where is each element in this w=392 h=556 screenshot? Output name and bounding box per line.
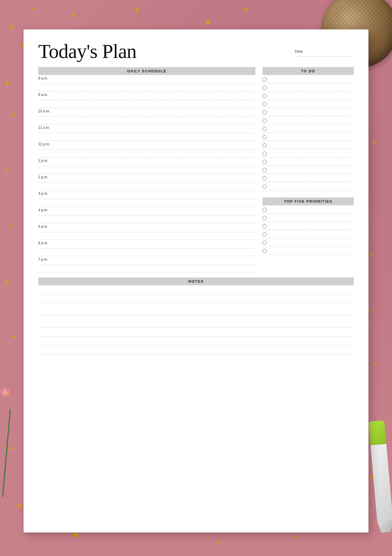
bg-star-8: ★ bbox=[243, 6, 249, 13]
priority-checkbox-4[interactable] bbox=[263, 232, 267, 237]
date-label: Date bbox=[295, 49, 354, 54]
time-8am: 8 a.m. bbox=[38, 76, 255, 80]
bg-star-27: ★ bbox=[372, 362, 377, 368]
todo-checkbox-2[interactable] bbox=[263, 86, 267, 90]
schedule-spacer-9 bbox=[38, 216, 255, 223]
daily-schedule-header: DAILY SCHEDULE bbox=[38, 67, 255, 75]
todo-item-4 bbox=[263, 100, 354, 108]
bg-star-10: ★ bbox=[4, 78, 11, 88]
todo-section: TO DO bbox=[263, 67, 354, 190]
time-10am: 10 a.m. bbox=[38, 109, 255, 113]
bg-star-7: ★ bbox=[204, 17, 212, 27]
priority-checkbox-5[interactable] bbox=[263, 241, 267, 245]
todo-header: TO DO bbox=[263, 67, 354, 75]
flower-stem bbox=[2, 409, 11, 497]
schedule-row-8am: 8 a.m. bbox=[38, 75, 255, 84]
schedule-spacer-12 bbox=[38, 265, 255, 273]
todo-item-11 bbox=[263, 157, 354, 166]
todo-checkbox-14[interactable] bbox=[263, 184, 267, 189]
priority-item-3 bbox=[263, 222, 354, 230]
todo-checkbox-5[interactable] bbox=[263, 110, 267, 114]
todo-item-6 bbox=[263, 116, 354, 124]
time-1pm: 1 p.m. bbox=[38, 159, 255, 163]
notes-line-1 bbox=[38, 285, 354, 294]
priorities-section: TOP FIVE PRIORITIES bbox=[263, 197, 354, 255]
todo-item-5 bbox=[263, 108, 354, 116]
schedule-row-6pm: 6 p.m. bbox=[38, 240, 255, 249]
priority-checkbox-2[interactable] bbox=[263, 216, 267, 220]
schedule-row-11am: 11 a.m. bbox=[38, 124, 255, 133]
time-7pm: 7 p.m. bbox=[38, 257, 255, 262]
schedule-spacer-10 bbox=[38, 232, 255, 240]
bg-star-14: ★ bbox=[4, 278, 10, 286]
todo-item-9 bbox=[263, 141, 354, 149]
schedule-spacer-8 bbox=[38, 199, 255, 207]
pen-tip bbox=[377, 520, 392, 533]
bg-star-12: ★ bbox=[4, 167, 10, 174]
pen-decoration bbox=[368, 420, 392, 533]
time-4pm: 4 p.m. bbox=[38, 208, 255, 212]
pen-cap bbox=[368, 420, 386, 445]
priority-item-5 bbox=[263, 238, 354, 247]
notes-line-2 bbox=[38, 294, 354, 303]
schedule-row-1pm: 1 p.m. bbox=[38, 157, 255, 166]
schedule-row-4pm: 4 p.m. bbox=[38, 207, 255, 216]
notes-header: NOTES bbox=[38, 277, 354, 285]
priority-item-6 bbox=[263, 247, 354, 255]
todo-item-13 bbox=[263, 174, 354, 182]
todo-checkbox-9[interactable] bbox=[263, 143, 267, 147]
schedule-spacer-6 bbox=[38, 166, 255, 174]
date-input-line[interactable] bbox=[295, 54, 354, 56]
priority-checkbox-6[interactable] bbox=[263, 249, 267, 253]
todo-item-2 bbox=[263, 83, 354, 91]
bg-star-13: ★ bbox=[8, 222, 13, 229]
schedule-row-10am: 10 a.m. bbox=[38, 108, 255, 117]
time-2pm: 2 p.m. bbox=[38, 175, 255, 179]
todo-checkbox-4[interactable] bbox=[263, 102, 267, 106]
time-11am: 11 a.m. bbox=[38, 126, 255, 130]
priority-checkbox-3[interactable] bbox=[263, 224, 267, 228]
planner-header: Today's Plan Date bbox=[38, 41, 354, 61]
todo-checkbox-1[interactable] bbox=[263, 77, 267, 81]
schedule-spacer-11 bbox=[38, 249, 255, 256]
pen-body bbox=[371, 444, 392, 522]
time-3pm: 3 p.m. bbox=[38, 192, 255, 196]
priority-checkbox-1[interactable] bbox=[263, 208, 267, 212]
todo-item-14 bbox=[263, 182, 354, 190]
todo-item-3 bbox=[263, 91, 354, 100]
todo-checkbox-12[interactable] bbox=[263, 168, 267, 172]
planner-title: Today's Plan bbox=[38, 41, 289, 61]
todo-checkbox-8[interactable] bbox=[263, 135, 267, 139]
todo-item-12 bbox=[263, 166, 354, 174]
todo-checkbox-3[interactable] bbox=[263, 94, 267, 98]
schedule-row-3pm: 3 p.m. bbox=[38, 190, 255, 199]
schedule-spacer-2 bbox=[38, 100, 255, 108]
todo-checkbox-13[interactable] bbox=[263, 176, 267, 180]
bg-star-0: ★ bbox=[8, 22, 14, 31]
todo-item-7 bbox=[263, 124, 354, 133]
todo-item-1 bbox=[263, 75, 354, 83]
todo-checkbox-10[interactable] bbox=[263, 152, 267, 156]
time-12pm: 12 p.m. bbox=[38, 142, 255, 146]
bg-star-18: ★ bbox=[16, 500, 23, 510]
schedule-spacer-4 bbox=[38, 133, 255, 141]
priority-item-2 bbox=[263, 214, 354, 222]
bg-star-23: ★ bbox=[372, 139, 377, 146]
bg-star-3: ★ bbox=[71, 11, 77, 19]
bg-star-extra-1: ★ bbox=[216, 539, 220, 546]
bg-star-extra-3: ★ bbox=[294, 534, 299, 541]
planner-paper: Today's Plan Date DAILY SCHEDULE 8 a.m. … bbox=[24, 29, 368, 532]
todo-checkbox-6[interactable] bbox=[263, 119, 267, 123]
date-field: Date bbox=[295, 41, 354, 56]
bg-star-5: ★ bbox=[133, 6, 140, 15]
schedule-row-12pm: 12 p.m. bbox=[38, 141, 255, 150]
left-column: DAILY SCHEDULE 8 a.m. 9 a.m. 10 a.m. 11 … bbox=[38, 67, 255, 273]
bg-star-11: ★ bbox=[12, 111, 17, 118]
schedule-spacer-1 bbox=[38, 84, 255, 91]
schedule-spacer-3 bbox=[38, 117, 255, 124]
priority-item-4 bbox=[263, 230, 354, 238]
notes-line-3 bbox=[38, 303, 354, 315]
todo-item-10 bbox=[263, 149, 354, 157]
todo-checkbox-11[interactable] bbox=[263, 160, 267, 164]
todo-checkbox-7[interactable] bbox=[263, 127, 267, 131]
